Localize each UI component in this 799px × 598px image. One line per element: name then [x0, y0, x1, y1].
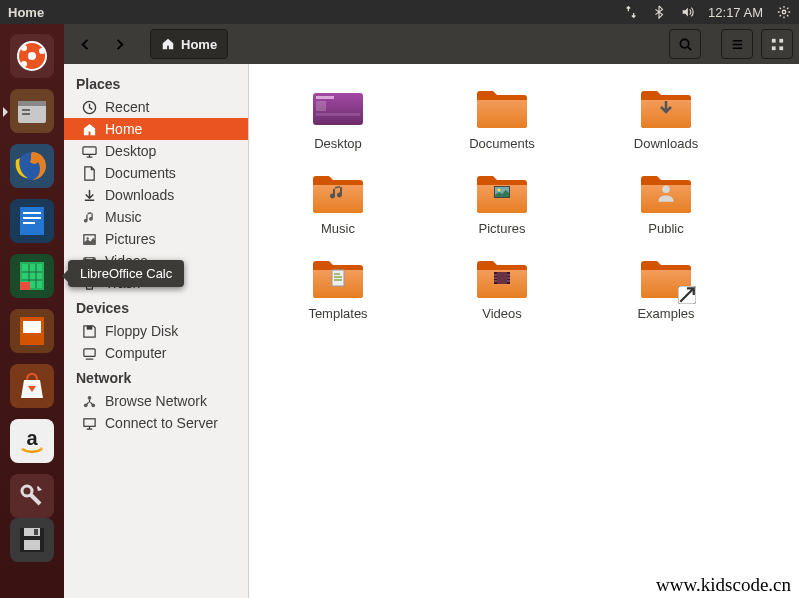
svg-rect-44	[23, 321, 41, 333]
devices-header: Devices	[64, 294, 248, 320]
svg-rect-29	[22, 113, 30, 115]
folder-label: Documents	[469, 136, 535, 151]
svg-rect-60	[316, 101, 326, 111]
sidebar-item-home[interactable]: Home	[64, 118, 248, 140]
folder-label: Videos	[482, 306, 522, 321]
back-button[interactable]	[70, 29, 100, 59]
folder-public[interactable]: Public	[587, 169, 745, 236]
sidebar-item-music[interactable]: Music	[64, 206, 248, 228]
location-button[interactable]: Home	[150, 29, 228, 59]
launcher-settings-icon[interactable]	[6, 470, 58, 522]
folder-pictures[interactable]: Pictures	[423, 169, 581, 236]
svg-rect-59	[316, 96, 334, 99]
down-icon	[82, 188, 97, 203]
launcher-dash-icon[interactable]	[6, 30, 58, 82]
home-icon	[161, 37, 175, 51]
doc-icon	[82, 166, 97, 181]
folder-label: Downloads	[634, 136, 698, 151]
folder-label: Examples	[637, 306, 694, 321]
folder-videos[interactable]: Videos	[423, 254, 581, 321]
sidebar-item-computer[interactable]: Computer	[64, 342, 248, 364]
sidebar-item-label: Browse Network	[105, 393, 207, 409]
system-gear-icon[interactable]	[777, 5, 791, 19]
folder-desktop[interactable]: Desktop	[259, 84, 417, 151]
window-title: Home	[8, 5, 44, 20]
svg-rect-37	[23, 222, 35, 224]
folder-icon	[474, 254, 530, 302]
sidebar-item-connect-to-server[interactable]: Connect to Server	[64, 412, 248, 434]
launcher-calc-icon[interactable]: LibreOffice Calc	[6, 250, 58, 302]
network-indicator-icon[interactable]	[624, 5, 638, 19]
svg-rect-35	[23, 212, 41, 214]
launcher-amazon-icon[interactable]: a	[6, 415, 58, 467]
folder-label: Templates	[308, 306, 367, 321]
svg-rect-27	[18, 101, 46, 106]
sidebar-item-label: Computer	[105, 345, 166, 361]
svg-point-23	[21, 61, 27, 67]
folder-documents[interactable]: Documents	[423, 84, 581, 151]
sidebar-item-desktop[interactable]: Desktop	[64, 140, 248, 162]
sidebar-item-documents[interactable]: Documents	[64, 162, 248, 184]
folder-icon	[310, 254, 366, 302]
search-button[interactable]	[669, 29, 701, 59]
clock-indicator[interactable]: 12:17 AM	[708, 5, 763, 20]
svg-point-22	[39, 48, 45, 54]
sidebar-item-label: Downloads	[105, 187, 174, 203]
svg-point-64	[498, 189, 501, 192]
launcher-save-icon[interactable]	[6, 525, 58, 555]
network-header: Network	[64, 364, 248, 390]
folder-downloads[interactable]: Downloads	[587, 84, 745, 151]
sidebar-item-label: Connect to Server	[105, 415, 218, 431]
sidebar-item-label: Home	[105, 121, 142, 137]
view-menu-button[interactable]	[721, 29, 753, 59]
folder-music[interactable]: Music	[259, 169, 417, 236]
home-icon	[82, 122, 97, 137]
clock-icon	[82, 100, 97, 115]
svg-rect-61	[316, 113, 360, 116]
sidebar-item-recent[interactable]: Recent	[64, 96, 248, 118]
svg-rect-36	[23, 217, 41, 219]
sidebar-item-label: Desktop	[105, 143, 156, 159]
launcher-writer-icon[interactable]	[6, 195, 58, 247]
launcher-firefox-icon[interactable]	[6, 140, 58, 192]
folder-templates[interactable]: Templates	[259, 254, 417, 321]
launcher-software-icon[interactable]	[6, 360, 58, 412]
folder-examples[interactable]: Examples	[587, 254, 745, 321]
folder-icon	[474, 169, 530, 217]
bluetooth-indicator-icon[interactable]	[652, 5, 666, 19]
unity-launcher: LibreOffice Calc a	[0, 24, 64, 598]
pic-icon	[82, 232, 97, 247]
location-label: Home	[181, 37, 217, 52]
svg-rect-28	[22, 109, 30, 111]
file-manager-toolbar: Home	[64, 24, 799, 64]
sidebar-item-browse-network[interactable]: Browse Network	[64, 390, 248, 412]
launcher-impress-icon[interactable]	[6, 305, 58, 357]
sidebar-item-label: Music	[105, 209, 142, 225]
svg-rect-34	[20, 207, 44, 235]
volume-indicator-icon[interactable]	[680, 5, 694, 19]
folder-label: Desktop	[314, 136, 362, 151]
folder-icon	[638, 169, 694, 217]
launcher-files-icon[interactable]	[6, 85, 58, 137]
icon-view[interactable]: DesktopDocumentsDownloadsMusicPicturesPu…	[249, 64, 799, 598]
sidebar-item-floppy-disk[interactable]: Floppy Disk	[64, 320, 248, 342]
folder-icon	[310, 84, 366, 132]
svg-rect-41	[20, 282, 30, 290]
floppy-icon	[82, 324, 97, 339]
computer-icon	[82, 346, 97, 361]
svg-rect-56	[34, 529, 38, 535]
launcher-tooltip: LibreOffice Calc	[68, 260, 184, 287]
sidebar-item-downloads[interactable]: Downloads	[64, 184, 248, 206]
desktop-icon	[82, 144, 97, 159]
forward-button[interactable]	[104, 29, 134, 59]
sidebar-item-label: Documents	[105, 165, 176, 181]
folder-label: Music	[321, 221, 355, 236]
folder-icon	[310, 169, 366, 217]
grid-view-button[interactable]	[761, 29, 793, 59]
server-icon	[82, 416, 97, 431]
top-menubar: Home 12:17 AM	[0, 0, 799, 24]
sidebar-item-label: Recent	[105, 99, 149, 115]
places-sidebar: Places RecentHomeDesktopDocumentsDownloa…	[64, 64, 249, 598]
svg-point-24	[21, 45, 27, 51]
sidebar-item-pictures[interactable]: Pictures	[64, 228, 248, 250]
